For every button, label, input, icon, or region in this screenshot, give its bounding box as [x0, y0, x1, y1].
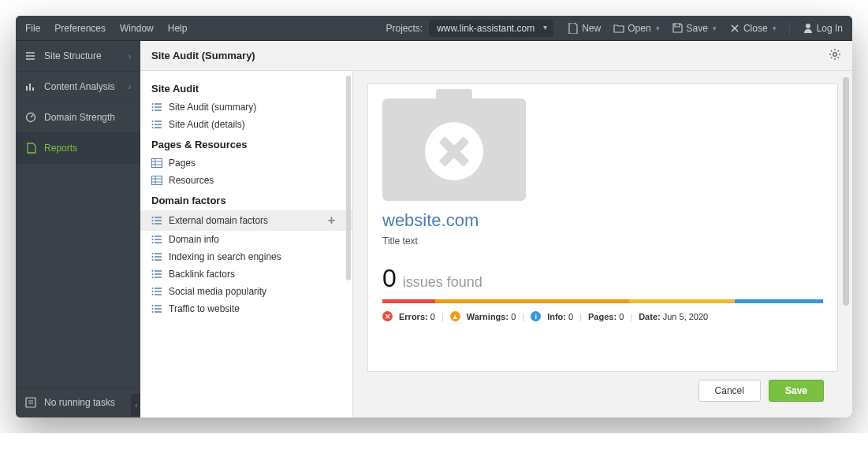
page-title: Site Audit (Summary): [151, 50, 255, 61]
menu-help[interactable]: Help: [168, 23, 188, 34]
nav-section-heading: Pages & Resources: [140, 133, 352, 154]
document-icon: [25, 143, 36, 154]
info-icon: i: [531, 311, 541, 321]
chart-icon: [25, 81, 36, 92]
nav-row-label: Pages: [169, 158, 196, 169]
structure-icon: [25, 50, 36, 61]
svg-point-7: [152, 103, 154, 105]
gauge-icon: [25, 112, 36, 123]
table-icon: [151, 158, 162, 168]
progress-segment: [629, 299, 735, 303]
nav-row[interactable]: Domain info: [140, 231, 352, 248]
gear-icon[interactable]: [829, 48, 841, 64]
svg-point-16: [152, 220, 154, 221]
progress-segment: [382, 299, 435, 303]
cancel-button[interactable]: Cancel: [698, 380, 761, 402]
sidebar-item-reports[interactable]: Reports: [16, 133, 140, 164]
svg-point-19: [152, 239, 154, 240]
sidebar-item-domain-strength[interactable]: Domain Strength: [16, 102, 140, 133]
file-icon: [568, 23, 579, 34]
title-text: Title text: [382, 236, 823, 247]
svg-point-28: [152, 291, 154, 292]
issues-label: issues found: [403, 274, 482, 291]
new-button[interactable]: New: [568, 23, 601, 34]
main-area: Site Audit (Summary) Site AuditSite Audi…: [140, 41, 852, 417]
svg-point-11: [152, 124, 154, 125]
tasks-label: No running tasks: [44, 397, 115, 408]
issues-count: 0: [382, 264, 397, 293]
nav-row-label: Site Audit (details): [169, 119, 245, 130]
nav-row-label: Resources: [169, 175, 214, 186]
nav-row[interactable]: Resources: [140, 172, 352, 189]
toolbar-actions: New Open ▾ Save ▾ Close ▾ Log In: [568, 21, 843, 35]
save-button[interactable]: Save: [769, 380, 824, 402]
menu-file[interactable]: File: [25, 23, 40, 34]
nav-row-label: External domain factors: [169, 215, 268, 226]
svg-point-22: [152, 256, 154, 258]
sidebar: Site Structure › Content Analysis › Doma…: [16, 41, 140, 417]
list-icon: [151, 252, 162, 262]
project-select[interactable]: www.link-assistant.com: [429, 20, 553, 37]
list-icon: [151, 287, 162, 296]
close-button[interactable]: Close ▾: [729, 23, 777, 34]
nav-row[interactable]: Indexing in search engines: [140, 248, 352, 265]
nav-section-heading: Domain factors: [140, 189, 352, 210]
svg-point-27: [152, 288, 154, 289]
nav-row-label: Traffic to website: [169, 303, 240, 314]
nav-row[interactable]: External domain factors+: [140, 210, 352, 231]
svg-rect-13: [152, 159, 162, 168]
progress-segment: [435, 299, 629, 303]
stats-row: ✕ Errors: 0 | ▲ Warnings: 0 | i Info: 0 …: [382, 311, 823, 321]
svg-point-17: [152, 223, 154, 224]
sidebar-item-site-structure[interactable]: Site Structure ›: [16, 41, 140, 72]
app-window: File Preferences Window Help Projects: w…: [16, 16, 852, 417]
report-nav-panel: Site AuditSite Audit (summary)Site Audit…: [140, 71, 353, 417]
svg-point-12: [152, 127, 154, 128]
svg-point-25: [152, 273, 154, 275]
toolbar-divider: [789, 21, 790, 35]
sidebar-item-content-analysis[interactable]: Content Analysis ›: [16, 72, 140, 102]
plus-icon[interactable]: +: [328, 213, 341, 228]
domain-link[interactable]: website.com: [382, 210, 823, 231]
nav-row[interactable]: Site Audit (summary): [140, 98, 352, 116]
list-icon: [151, 269, 162, 279]
save-button[interactable]: Save ▾: [672, 23, 717, 34]
issues-progress-bar: [382, 299, 823, 303]
svg-point-20: [152, 242, 154, 243]
chevron-right-icon: ›: [129, 52, 131, 61]
nav-row[interactable]: Site Audit (details): [140, 116, 352, 133]
svg-point-6: [833, 52, 837, 56]
progress-segment: [735, 299, 823, 303]
sidebar-item-label: Content Analysis: [44, 81, 114, 92]
folder-open-icon: [613, 23, 624, 34]
menu-preferences[interactable]: Preferences: [54, 23, 106, 34]
scrollbar[interactable]: [346, 76, 351, 280]
svg-point-29: [152, 294, 154, 295]
projects-label: Projects:: [386, 23, 423, 34]
nav-section-heading: Site Audit: [140, 77, 352, 98]
nav-row[interactable]: Social media popularity: [140, 283, 352, 300]
nav-row[interactable]: Pages: [140, 154, 352, 172]
scrollbar[interactable]: [843, 77, 849, 306]
tasks-status[interactable]: No running tasks ‹: [16, 387, 140, 417]
nav-row[interactable]: Traffic to website: [140, 300, 352, 317]
preview-panel: website.com Title text 0 issues found ✕ …: [353, 71, 852, 417]
project-selected-value: www.link-assistant.com: [437, 23, 535, 34]
list-icon: [151, 235, 162, 244]
open-button[interactable]: Open ▾: [613, 23, 659, 34]
footer-actions: Cancel Save: [367, 372, 838, 411]
nav-row[interactable]: Backlink factors: [140, 265, 352, 283]
error-icon: ✕: [382, 311, 393, 321]
svg-point-21: [152, 253, 154, 254]
chevron-right-icon: ›: [129, 83, 131, 91]
svg-rect-5: [26, 398, 35, 407]
sidebar-item-label: Domain Strength: [44, 112, 115, 123]
svg-point-2: [26, 55, 28, 57]
svg-point-9: [152, 109, 154, 111]
nav-row-label: Social media popularity: [169, 286, 266, 297]
svg-point-10: [152, 121, 154, 122]
login-button[interactable]: Log In: [803, 23, 843, 34]
preview-card: website.com Title text 0 issues found ✕ …: [367, 83, 838, 372]
svg-point-31: [152, 308, 154, 310]
menu-window[interactable]: Window: [120, 23, 154, 34]
